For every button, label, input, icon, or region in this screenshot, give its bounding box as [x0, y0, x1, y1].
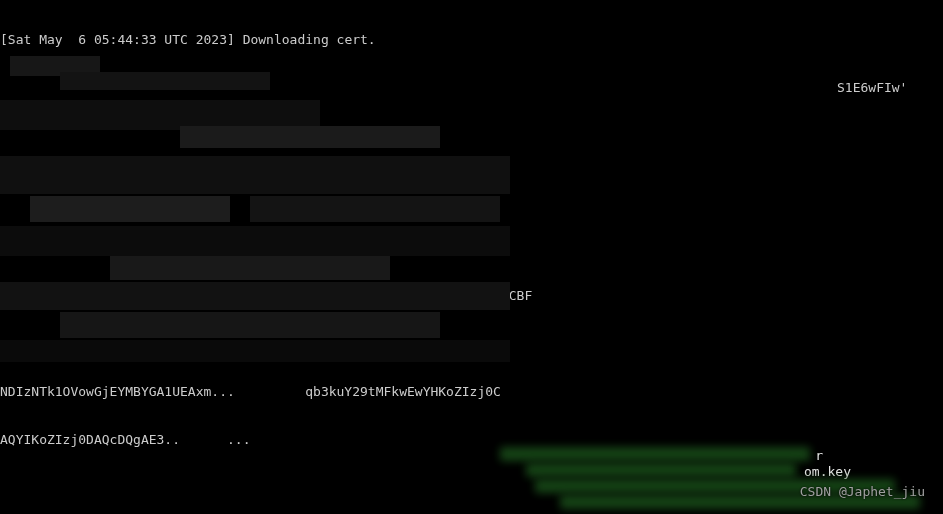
log-text: Downloading cert. [235, 32, 376, 47]
watermark-text: CSDN @Japhet_jiu [800, 484, 925, 500]
terminal-window[interactable]: [Sat May 6 05:44:33 UTC 2023] Downloadin… [0, 0, 943, 514]
pem-line: MIIEKjC CgAwIBAgIQPQ8MxrF/X24WwjyfvnmhiT… [0, 240, 943, 256]
pem-line: Q0MgRG9tYW1ulFNl 4YDTIzMDUwNjAwMDAwMFoXD… [0, 336, 943, 352]
log-text: S1E6wFIw' [837, 80, 907, 95]
path-tail: r [815, 448, 823, 464]
timestamp: [Sat May 6 05:44:33 UTC 2023] [0, 32, 235, 47]
pem-line: CQYDVQQ 1UEChMHWmVyb1NTTDEqMCgGA1UEAxMhW… [0, 288, 943, 304]
timestamp: [Sat May 6 05:44:35 UTC 2023] [0, 80, 235, 95]
log-line: [Sat May 6 05:44:35 UTC 2023] Le_LinkCer… [0, 80, 943, 96]
log-text: Le_LinkCert='https:// [235, 80, 407, 95]
log-line: [Sat May 6 05:44:36 UTC 2023] Cert succe… [0, 128, 943, 144]
timestamp: [Sat May 6 05:44:36 UTC 2023] [0, 128, 235, 143]
pem-line: AQYIKoZIzj0DAQcDQgAE3.. ... [0, 432, 943, 448]
pem-line: NDIzNTk1OVowGjEYMBYGA1UEAxm... qb3kuY29t… [0, 384, 943, 400]
log-line: [Sat May 6 05:44:33 UTC 2023] Downloadin… [0, 32, 943, 48]
redaction-block [0, 56, 510, 362]
redaction-pill [526, 463, 796, 477]
path-tail: om.key [804, 464, 851, 480]
pem-begin: -----BEGIN CERTIFICATE----- [0, 176, 943, 192]
redaction-pill [500, 447, 810, 461]
success-text: Cert success. [235, 128, 345, 143]
